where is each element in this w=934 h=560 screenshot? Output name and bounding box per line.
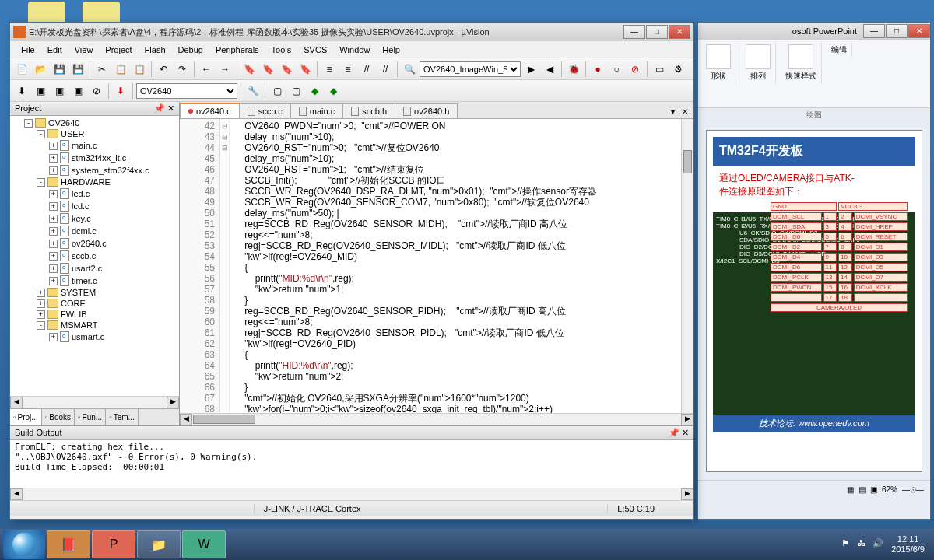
bookmark-button[interactable]: 🔖 xyxy=(241,61,258,78)
tree-node-ov2640-c[interactable]: +ov2640.c xyxy=(12,237,177,250)
undo-button[interactable]: ↶ xyxy=(155,61,172,78)
editor-hscroll[interactable]: ◀ ▶ xyxy=(180,413,693,425)
tree-node-MSMART[interactable]: -MSMART xyxy=(12,320,177,331)
menu-file[interactable]: File xyxy=(15,44,41,56)
stop-build-button[interactable]: ⊘ xyxy=(88,82,105,100)
menu-project[interactable]: Project xyxy=(99,44,138,56)
tab-close-icon[interactable]: ✕ xyxy=(679,107,690,118)
tree-node-USER[interactable]: -USER xyxy=(12,128,177,139)
tree-node-system_stm32f4xx-c[interactable]: +system_stm32f4xx.c xyxy=(12,164,177,177)
clock[interactable]: 12:11 2015/6/9 xyxy=(891,534,925,555)
editor-vscroll[interactable] xyxy=(681,119,693,413)
build-button[interactable]: ▣ xyxy=(32,82,49,100)
breakpoint-button[interactable]: ● xyxy=(589,61,606,78)
output-pin-icon[interactable]: 📌 ✕ xyxy=(669,428,689,438)
ppt-zoom-slider[interactable]: —⊙— xyxy=(902,485,924,494)
menu-svcs[interactable]: SVCS xyxy=(297,44,333,56)
ppt-minimize-button[interactable]: — xyxy=(863,24,885,38)
panel-tab-2[interactable]: ▫Fun... xyxy=(75,409,106,425)
ppt-titlebar[interactable]: osoft PowerPoint — □ ✕ xyxy=(698,23,930,40)
indent-button[interactable]: ≡ xyxy=(321,61,338,78)
code-editor[interactable]: 4243444546474849505152535455565758596061… xyxy=(180,119,693,413)
tree-node-key-c[interactable]: +key.c xyxy=(12,212,177,225)
build-output-text[interactable]: FromELF: creating hex file... "..\OBJ\OV… xyxy=(10,440,693,488)
new-file-button[interactable]: 📄 xyxy=(13,61,30,78)
taskbar-item-powerpoint[interactable]: P xyxy=(92,530,135,558)
panel-tab-3[interactable]: ▫Tem... xyxy=(106,409,139,425)
menu-tools[interactable]: Tools xyxy=(265,44,298,56)
tree-node-stm32f4xx_it-c[interactable]: +stm32f4xx_it.c xyxy=(12,152,177,164)
download-button[interactable]: ⬇ xyxy=(112,82,129,100)
taskbar-item-explorer[interactable]: 📁 xyxy=(137,530,181,558)
file-tab-main-c[interactable]: main.c xyxy=(290,103,343,118)
file-tab-ov2640-c[interactable]: ov2640.c xyxy=(180,103,240,118)
cut-button[interactable]: ✂ xyxy=(93,61,111,78)
menu-debug[interactable]: Debug xyxy=(172,44,209,56)
tree-node-FWLIB[interactable]: +FWLIB xyxy=(12,309,177,320)
copy-button[interactable]: 📋 xyxy=(112,61,129,78)
nav-back-button[interactable]: ← xyxy=(198,61,215,78)
file-tab-ov2640-h[interactable]: ov2640.h xyxy=(395,103,458,118)
tree-node-lcd-c[interactable]: +lcd.c xyxy=(12,200,177,212)
project-hscroll[interactable]: ◀ ▶ xyxy=(10,396,179,408)
ribbon-group-shapes[interactable]: 形状 xyxy=(701,43,736,83)
redo-button[interactable]: ↷ xyxy=(174,61,191,78)
tree-node-led-c[interactable]: +led.c xyxy=(12,187,177,200)
ppt-slide[interactable]: TM32F4开发板 通过OLED/CAMERA接口与ATK- 件连接原理图如下：… xyxy=(706,130,922,472)
ppt-view-normal-icon[interactable]: ▦ xyxy=(847,485,854,494)
ribbon-group-quickstyle[interactable]: 快速样式 xyxy=(781,43,822,83)
paste-button[interactable]: 📋 xyxy=(131,61,148,78)
taskbar-item-wps[interactable]: W xyxy=(182,530,226,558)
breakpoint-disable-button[interactable]: ○ xyxy=(608,61,625,78)
minimize-button[interactable]: — xyxy=(623,25,645,39)
menu-view[interactable]: View xyxy=(68,44,100,56)
comment-button[interactable]: // xyxy=(358,61,375,78)
tree-node-timer-c[interactable]: +timer.c xyxy=(12,275,177,287)
tray-flag-icon[interactable]: ⚑ xyxy=(841,538,854,551)
rebuild-button[interactable]: ▣ xyxy=(51,82,68,100)
panel-tab-0[interactable]: ▫Proj... xyxy=(10,409,42,425)
tree-node-SYSTEM[interactable]: +SYSTEM xyxy=(12,287,177,298)
scroll-left-icon[interactable]: ◀ xyxy=(10,397,23,408)
ppt-close-button[interactable]: ✕ xyxy=(908,24,930,38)
pack-button[interactable]: ◆ xyxy=(325,82,342,100)
translate-button[interactable]: ⬇ xyxy=(13,82,30,100)
file-tab-sccb-c[interactable]: sccb.c xyxy=(239,103,291,118)
start-button[interactable] xyxy=(3,530,45,559)
find-button[interactable]: 🔍 xyxy=(401,61,418,78)
close-button[interactable]: ✕ xyxy=(669,25,690,39)
ribbon-group-edit[interactable]: 编辑 xyxy=(827,43,852,57)
find-next-button[interactable]: ▶ xyxy=(522,61,539,78)
batch-build-button[interactable]: ▣ xyxy=(69,82,86,100)
bookmark-clear-button[interactable]: 🔖 xyxy=(297,61,314,78)
tree-node-main-c[interactable]: +main.c xyxy=(12,139,177,152)
nav-fwd-button[interactable]: → xyxy=(216,61,234,78)
bookmark-next-button[interactable]: 🔖 xyxy=(278,61,295,78)
breakpoint-kill-button[interactable]: ⊘ xyxy=(627,61,644,78)
tree-node-HARDWARE[interactable]: -HARDWARE xyxy=(12,177,177,187)
ppt-view-slideshow-icon[interactable]: ▣ xyxy=(870,485,877,494)
code-text[interactable]: OV2640_PWDN="num">0; "cmt">//POWER ON de… xyxy=(230,119,681,413)
manage-button[interactable]: ▢ xyxy=(287,82,304,100)
tree-node-usart2-c[interactable]: +usart2.c xyxy=(12,262,177,275)
save-all-button[interactable]: 💾 xyxy=(69,61,86,78)
titlebar[interactable]: E:\开发板光盘资料\探索者\A盘\4，程序源码\2，标准例程-库函数版本\实验… xyxy=(10,23,693,41)
window-button[interactable]: ▭ xyxy=(651,61,668,78)
tray-volume-icon[interactable]: 🔊 xyxy=(873,538,885,551)
output-hscroll[interactable]: ◀▶ xyxy=(10,488,693,500)
tray-network-icon[interactable]: 🖧 xyxy=(857,538,869,551)
menu-help[interactable]: Help xyxy=(376,44,406,56)
project-tree[interactable]: -OV2640-USER+main.c+stm32f4xx_it.c+syste… xyxy=(10,116,179,396)
fold-gutter[interactable]: ⊟⊟⊟ xyxy=(220,119,230,413)
save-button[interactable]: 💾 xyxy=(51,61,68,78)
menu-flash[interactable]: Flash xyxy=(139,44,172,56)
menu-peripherals[interactable]: Peripherals xyxy=(209,44,265,56)
menu-window[interactable]: Window xyxy=(333,44,376,56)
bookmark-prev-button[interactable]: 🔖 xyxy=(259,61,276,78)
find-combo[interactable]: OV2640_ImageWin_Set xyxy=(420,61,521,77)
config-button[interactable]: ⚙ xyxy=(669,61,686,78)
scroll-right-icon[interactable]: ▶ xyxy=(167,397,179,408)
debug-button[interactable]: 🐞 xyxy=(565,61,582,78)
editor-scroll-left-icon[interactable]: ◀ xyxy=(180,414,192,425)
file-ext-button[interactable]: ▢ xyxy=(269,82,286,100)
